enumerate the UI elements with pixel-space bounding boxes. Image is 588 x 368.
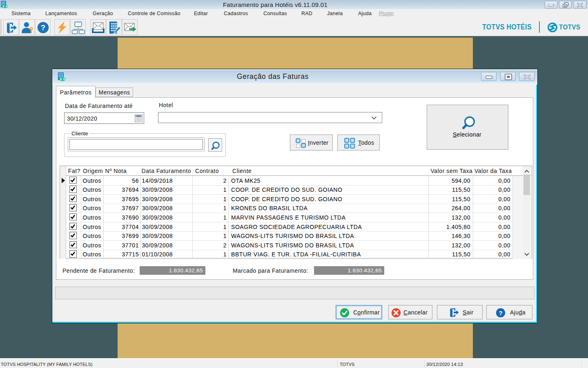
svg-text:?: ? [499, 310, 502, 316]
svg-text:?: ? [41, 23, 45, 32]
